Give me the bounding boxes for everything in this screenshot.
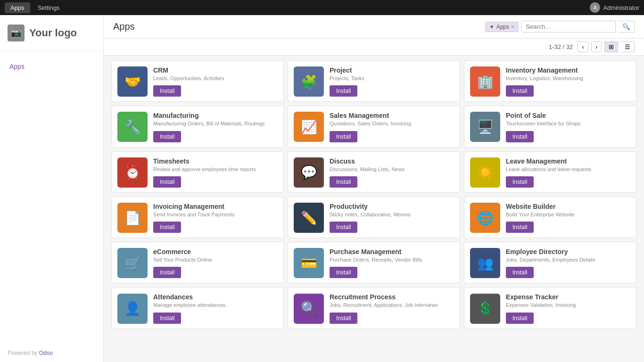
app-name-website: Website Builder <box>506 203 630 210</box>
app-info-project: ProjectProjects, TasksInstall <box>330 66 454 97</box>
app-info-website: Website BuilderBuild Your Enterprise Web… <box>506 203 630 233</box>
install-button-productivity[interactable]: Install <box>330 222 357 233</box>
app-name-manufacturing: Manufacturing <box>153 112 278 119</box>
app-icon-leave: ☀️ <box>470 157 500 188</box>
user-name: Administrator <box>603 4 639 11</box>
app-icon-productivity: ✏️ <box>294 203 324 233</box>
app-card-crm: 🤝CRMLeads, Opportunities, ActivitiesInst… <box>111 60 284 102</box>
app-info-leave: Leave ManagementLeave allocations and le… <box>506 157 630 188</box>
app-card-attendances: 👤AttendancesManage employee attendancesI… <box>111 287 284 329</box>
app-icon-expense: 💲 <box>470 294 500 324</box>
install-button-timesheets[interactable]: Install <box>153 176 181 188</box>
app-info-inventory: Inventory ManagementInventory, Logistics… <box>506 66 630 97</box>
search-button[interactable]: 🔍 <box>619 21 635 33</box>
app-icon-inventory: 🏢 <box>470 66 500 97</box>
app-info-attendances: AttendancesManage employee attendancesIn… <box>153 293 278 323</box>
prev-page-button[interactable]: ‹ <box>578 41 588 52</box>
app-icon-recruitment: 🔍 <box>294 294 324 324</box>
sidebar-menu: Apps <box>0 51 103 82</box>
next-page-button[interactable]: › <box>591 41 602 52</box>
app-info-sales: Sales ManagementQuotations, Sales Orders… <box>330 112 454 142</box>
install-button-pos[interactable]: Install <box>506 131 534 142</box>
app-desc-ecommerce: Sell Your Products Online <box>153 256 278 263</box>
install-button-purchase[interactable]: Install <box>330 267 357 278</box>
main-header: Apps ▼ Apps × 🔍 <box>104 15 644 39</box>
install-button-discuss[interactable]: Install <box>330 176 357 188</box>
app-info-manufacturing: ManufacturingManufacturing Orders, Bill … <box>153 112 278 142</box>
footer-link[interactable]: Odoo <box>39 350 53 356</box>
app-info-productivity: ProductivitySticky notes, Collaborative,… <box>330 203 454 233</box>
app-desc-recruitment: Jobs, Recruitment, Applications, Job Int… <box>330 302 454 308</box>
app-card-invoicing: 📄Invoicing ManagementSend Invoices and T… <box>111 197 284 238</box>
app-icon-project: 🧩 <box>294 66 324 97</box>
app-name-crm: CRM <box>153 66 278 74</box>
app-icon-ecommerce: 🛒 <box>117 248 148 278</box>
app-card-expense: 💲Expense TrackerExpenses Validation, Inv… <box>464 287 636 329</box>
app-desc-website: Build Your Enterprise Website <box>506 211 630 218</box>
app-card-purchase: 💳Purchase ManagementPurchase Orders, Rec… <box>288 242 460 283</box>
app-info-recruitment: Recruitment ProcessJobs, Recruitment, Ap… <box>330 293 454 323</box>
filter-close-icon[interactable]: × <box>511 24 514 30</box>
app-card-productivity: ✏️ProductivitySticky notes, Collaborativ… <box>288 197 460 238</box>
main-content: Apps ▼ Apps × 🔍 1-32 / 32 ‹ › ⊞ ☰ 🤝CRMLe… <box>104 15 644 362</box>
install-button-inventory[interactable]: Install <box>506 85 534 97</box>
nav-apps-tab[interactable]: Apps <box>5 2 30 13</box>
app-desc-leave: Leave allocations and leave requests <box>506 166 630 173</box>
logo-icon: 📷 <box>8 25 25 41</box>
app-info-pos: Point of SaleTouchscreen Interface for S… <box>506 112 630 142</box>
grid-view-button[interactable]: ⊞ <box>604 41 618 52</box>
install-button-website[interactable]: Install <box>506 222 534 233</box>
main-layout: 📷 Your logo Apps Powered by Odoo Apps ▼ … <box>0 15 644 362</box>
sidebar-item-apps[interactable]: Apps <box>0 59 103 74</box>
app-info-timesheets: TimesheetsReview and approve employees t… <box>153 157 278 188</box>
app-name-sales: Sales Management <box>330 112 454 119</box>
sidebar-logo: 📷 Your logo <box>0 15 103 51</box>
install-button-recruitment[interactable]: Install <box>330 313 357 324</box>
app-card-inventory: 🏢Inventory ManagementInventory, Logistic… <box>464 60 636 102</box>
sidebar-footer: Powered by Odoo <box>0 344 103 362</box>
page-title: Apps <box>113 21 135 32</box>
nav-settings-tab[interactable]: Settings <box>32 2 66 13</box>
app-desc-attendances: Manage employee attendances <box>153 302 278 308</box>
app-name-timesheets: Timesheets <box>153 157 278 165</box>
search-input[interactable] <box>521 21 616 33</box>
app-card-employee: 👥Employee DirectoryJobs, Departments, Em… <box>464 242 636 283</box>
install-button-attendances[interactable]: Install <box>153 313 181 324</box>
app-name-project: Project <box>330 66 454 74</box>
app-desc-expense: Expenses Validation, Invoicing <box>506 302 630 308</box>
app-card-pos: 🖥️Point of SaleTouchscreen Interface for… <box>464 106 636 147</box>
app-desc-pos: Touchscreen Interface for Shops <box>506 120 630 127</box>
install-button-ecommerce[interactable]: Install <box>153 267 181 278</box>
app-card-recruitment: 🔍Recruitment ProcessJobs, Recruitment, A… <box>288 287 460 329</box>
app-card-project: 🧩ProjectProjects, TasksInstall <box>288 60 460 102</box>
app-name-purchase: Purchase Management <box>330 248 454 255</box>
app-icon-manufacturing: 🔧 <box>117 112 148 142</box>
filter-icon: ▼ <box>489 24 495 30</box>
app-name-ecommerce: eCommerce <box>153 248 278 255</box>
app-name-pos: Point of Sale <box>506 112 630 119</box>
install-button-expense[interactable]: Install <box>506 313 534 324</box>
install-button-leave[interactable]: Install <box>506 176 534 188</box>
sidebar: 📷 Your logo Apps Powered by Odoo <box>0 15 104 362</box>
install-button-manufacturing[interactable]: Install <box>153 131 181 142</box>
install-button-employee[interactable]: Install <box>506 267 534 278</box>
app-desc-crm: Leads, Opportunities, Activities <box>153 75 278 82</box>
app-icon-website: 🌐 <box>470 203 500 233</box>
install-button-crm[interactable]: Install <box>153 85 181 97</box>
install-button-project[interactable]: Install <box>330 85 357 97</box>
install-button-sales[interactable]: Install <box>330 131 357 142</box>
pagination-info: 1-32 / 32 <box>549 43 573 50</box>
app-info-purchase: Purchase ManagementPurchase Orders, Rece… <box>330 248 454 278</box>
app-info-ecommerce: eCommerceSell Your Products OnlineInstal… <box>153 248 278 278</box>
app-info-invoicing: Invoicing ManagementSend Invoices and Tr… <box>153 203 278 233</box>
app-desc-project: Projects, Tasks <box>330 75 454 82</box>
top-nav-user: A Administrator <box>590 2 639 13</box>
list-view-button[interactable]: ☰ <box>621 41 635 52</box>
top-nav: Apps Settings A Administrator <box>0 0 644 15</box>
app-desc-purchase: Purchase Orders, Receipts, Vendor Bills <box>330 256 454 263</box>
app-info-discuss: DiscussDiscussions, Mailing Lists, NewsI… <box>330 157 454 188</box>
app-icon-purchase: 💳 <box>294 248 324 278</box>
app-card-timesheets: ⏰TimesheetsReview and approve employees … <box>111 151 284 193</box>
app-card-manufacturing: 🔧ManufacturingManufacturing Orders, Bill… <box>111 106 284 147</box>
install-button-invoicing[interactable]: Install <box>153 222 181 233</box>
